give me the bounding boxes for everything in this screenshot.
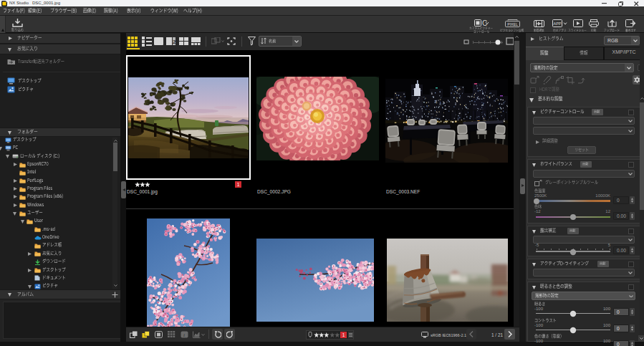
svg-text:APP: APP: [554, 21, 562, 26]
svg-text:2: 2: [173, 39, 176, 45]
svg-text:PIXEL: PIXEL: [507, 22, 518, 27]
svg-text:i: i: [183, 332, 185, 338]
